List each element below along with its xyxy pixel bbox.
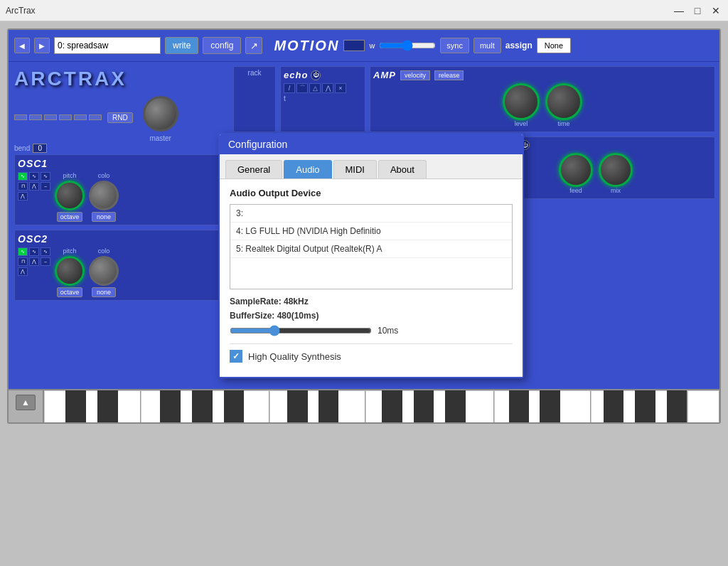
quality-checkbox[interactable]: ✓: [230, 350, 242, 363]
osc1-wave-n1[interactable]: ∿: [29, 172, 39, 181]
prev-preset-button[interactable]: ◀: [14, 38, 30, 53]
osc2-none-button[interactable]: none: [92, 287, 116, 297]
black-key[interactable]: [635, 390, 655, 424]
osc1-wave-n2[interactable]: ∿: [41, 172, 50, 181]
arctrax-logo: ARCTRAX: [14, 68, 127, 90]
osc2-octave-button[interactable]: octave: [57, 287, 83, 297]
osc2-wave-extra[interactable]: ⋀: [18, 267, 28, 276]
white-key[interactable]: [687, 390, 719, 424]
black-key[interactable]: [509, 390, 530, 424]
piano-up-button[interactable]: ▲: [16, 395, 36, 410]
echo-shape-5[interactable]: ×: [335, 83, 346, 93]
assign-none-button[interactable]: None: [537, 38, 571, 53]
reverb-feed-knob[interactable]: [559, 153, 593, 187]
black-key[interactable]: [160, 390, 181, 424]
black-key[interactable]: [604, 390, 624, 424]
echo-shape-3[interactable]: △: [309, 83, 321, 93]
osc1-wave-noise[interactable]: ~: [41, 182, 50, 191]
osc1-pitch-knob[interactable]: [55, 181, 85, 210]
tab-midi[interactable]: MIDI: [333, 160, 377, 178]
reverb-feed-col: feed: [559, 153, 593, 196]
device-item-3[interactable]: 3:: [230, 205, 512, 223]
device-item-5[interactable]: 5: Realtek Digital Output (Realtek(R) A: [230, 240, 512, 258]
buffer-size-slider[interactable]: [230, 325, 372, 336]
osc1-wave-sin[interactable]: ∿: [18, 172, 28, 181]
tab-audio[interactable]: Audio: [284, 160, 331, 178]
black-key[interactable]: [540, 390, 560, 424]
piano-keys[interactable]: [44, 390, 719, 424]
black-key[interactable]: [414, 390, 434, 424]
amp-time-knob[interactable]: [545, 83, 582, 120]
black-key[interactable]: [192, 390, 213, 424]
black-key[interactable]: [287, 390, 308, 424]
echo-section: echo ⏻ / ⌒ △ ⋀ × t: [280, 66, 365, 132]
sync-button[interactable]: sync: [440, 38, 469, 53]
black-key[interactable]: [667, 390, 687, 424]
quality-row: ✓ High Quality Synthesis: [230, 343, 513, 368]
config-button[interactable]: config: [203, 37, 241, 54]
osc2-wave-noise[interactable]: ~: [41, 257, 50, 266]
black-key[interactable]: [382, 390, 402, 424]
velocity-button[interactable]: velocity: [400, 70, 430, 80]
minimize-button[interactable]: —: [673, 4, 685, 17]
black-key[interactable]: [97, 390, 118, 424]
motion-indicator: [343, 40, 365, 51]
white-key[interactable]: [462, 390, 494, 424]
osc1-wave-extra[interactable]: ⋀: [18, 192, 28, 201]
osc1-color-knob[interactable]: [89, 181, 119, 210]
osc1-none-button[interactable]: none: [92, 212, 116, 222]
black-key[interactable]: [224, 390, 245, 424]
mult-button[interactable]: mult: [473, 38, 501, 53]
window-controls: — □ ✕: [673, 4, 722, 17]
osc2-color-knob[interactable]: [89, 256, 119, 286]
echo-power-button[interactable]: ⏻: [311, 70, 321, 80]
reverb-mix-col: mix: [599, 153, 633, 196]
osc1-wave-sq[interactable]: ⊓: [18, 182, 28, 191]
osc2-wave-n2[interactable]: ∿: [41, 247, 50, 256]
buffer-size-row: BufferSize: 480(10ms): [230, 311, 513, 321]
close-button[interactable]: ✕: [710, 4, 722, 17]
reverb-mix-label: mix: [611, 187, 621, 194]
osc2-section: OSC2 ∿ ∿ ∿ ⊓ ⋀: [14, 230, 223, 301]
device-item-4[interactable]: 4: LG FULL HD (NVIDIA High Definitio: [230, 223, 512, 240]
osc2-row: ∿ ∿ ∿ ⊓ ⋀ ~ ⋀: [18, 247, 220, 297]
piano-left-controls: ▲ ▼: [9, 390, 44, 424]
osc2-wave-tri[interactable]: ⋀: [29, 257, 39, 266]
maximize-button[interactable]: □: [691, 4, 704, 17]
write-button[interactable]: write: [165, 37, 198, 54]
amp-level-knob[interactable]: [503, 83, 540, 120]
tab-about[interactable]: About: [378, 160, 427, 178]
osc2-wave-sq[interactable]: ⊓: [18, 257, 28, 266]
osc1-wave-tri[interactable]: ⋀: [29, 182, 39, 191]
black-key[interactable]: [445, 390, 466, 424]
osc2-pitch-knob[interactable]: [55, 256, 85, 286]
amp-section: AMP velocity release level time: [370, 66, 715, 132]
preset-name-input[interactable]: [54, 37, 161, 54]
white-key[interactable]: [559, 390, 591, 424]
top-right-row: rack echo ⏻ / ⌒ △ ⋀ ×: [233, 66, 715, 132]
reverb-mix-knob[interactable]: [599, 153, 633, 187]
device-list[interactable]: 3: 4: LG FULL HD (NVIDIA High Definitio …: [230, 204, 513, 289]
master-knob[interactable]: [143, 96, 178, 132]
echo-shape-1[interactable]: /: [284, 83, 295, 93]
expand-button[interactable]: ↗: [245, 37, 262, 54]
next-preset-button[interactable]: ▶: [34, 38, 50, 53]
master-label: master: [143, 134, 178, 142]
rnd-button[interactable]: RND: [107, 112, 133, 123]
osc2-title: OSC2: [18, 233, 220, 245]
amp-time-label: time: [557, 120, 569, 127]
echo-shape-4[interactable]: ⋀: [322, 83, 333, 93]
tab-general[interactable]: General: [225, 160, 282, 178]
osc2-wave-n1[interactable]: ∿: [29, 247, 39, 256]
black-key[interactable]: [65, 390, 86, 424]
osc2-wave-sin[interactable]: ∿: [18, 247, 28, 256]
buffer-size-label: BufferSize: 480(10ms): [230, 311, 318, 321]
amp-title: AMP: [373, 70, 396, 80]
release-button[interactable]: release: [434, 70, 464, 80]
bend-label: bend: [14, 144, 30, 152]
osc1-wave-col: ∿ ∿ ∿ ⊓ ⋀ ~ ⋀: [18, 172, 50, 201]
w-slider[interactable]: [379, 41, 436, 50]
osc1-octave-button[interactable]: octave: [57, 212, 83, 222]
black-key[interactable]: [318, 390, 339, 424]
echo-shape-2[interactable]: ⌒: [296, 83, 308, 93]
